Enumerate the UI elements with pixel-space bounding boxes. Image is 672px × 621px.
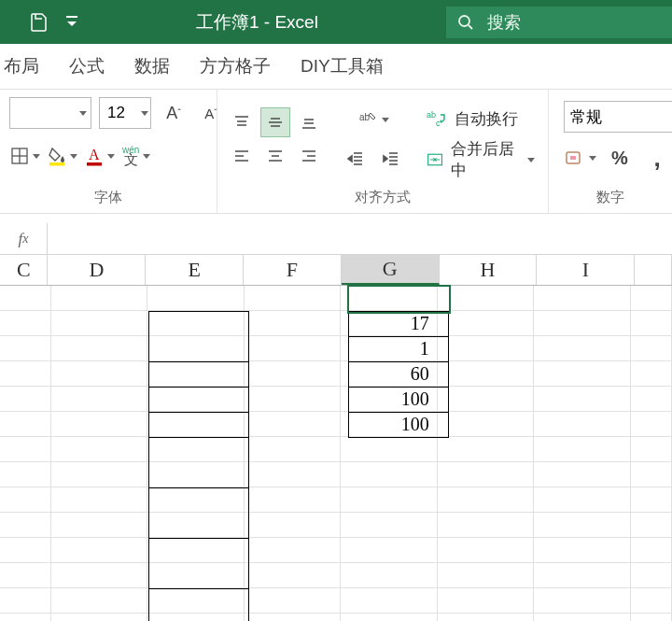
cell[interactable]: [438, 311, 534, 336]
cell[interactable]: [51, 538, 147, 563]
number-format-select[interactable]: [564, 101, 672, 133]
cell[interactable]: [0, 588, 51, 614]
cell[interactable]: [0, 437, 51, 462]
cell[interactable]: [341, 563, 437, 588]
tab-layout[interactable]: 布局: [4, 54, 39, 78]
cell[interactable]: [631, 614, 672, 621]
cell[interactable]: [631, 361, 672, 387]
comma-button[interactable]: ,: [642, 142, 672, 181]
cell[interactable]: [51, 614, 147, 621]
cell[interactable]: [438, 614, 534, 621]
cell[interactable]: [245, 412, 341, 437]
border-button[interactable]: [9, 140, 41, 172]
cell[interactable]: [147, 588, 244, 614]
cell[interactable]: [438, 563, 534, 588]
fx-icon[interactable]: fx: [0, 223, 48, 254]
cell[interactable]: [147, 336, 244, 361]
save-icon[interactable]: [28, 12, 49, 33]
cell[interactable]: [245, 437, 341, 462]
cell[interactable]: [245, 563, 341, 588]
cell[interactable]: 60: [341, 361, 437, 387]
cell[interactable]: [534, 563, 630, 588]
align-middle-button[interactable]: [260, 107, 290, 137]
cell[interactable]: [438, 588, 534, 614]
cell[interactable]: [147, 361, 244, 387]
customize-qat-icon[interactable]: [62, 12, 82, 33]
col-header-d[interactable]: D: [48, 255, 146, 285]
align-bottom-button[interactable]: [294, 107, 324, 137]
cell[interactable]: [147, 437, 244, 462]
col-header-e[interactable]: E: [146, 255, 244, 285]
cell[interactable]: [534, 437, 630, 462]
cell[interactable]: 17: [341, 311, 437, 336]
cell[interactable]: [245, 311, 341, 336]
cell[interactable]: 1: [341, 336, 437, 361]
cell[interactable]: [341, 286, 437, 311]
cell[interactable]: [534, 462, 630, 487]
cell[interactable]: [147, 563, 244, 588]
formula-input[interactable]: [48, 223, 672, 254]
cell[interactable]: [51, 412, 147, 437]
col-header-f[interactable]: F: [244, 255, 342, 285]
tab-formula[interactable]: 公式: [69, 54, 105, 78]
cell[interactable]: [341, 513, 437, 538]
phonetic-button[interactable]: wén文: [121, 140, 151, 172]
cell[interactable]: [534, 513, 630, 538]
cell[interactable]: [534, 311, 630, 336]
align-right-button[interactable]: [294, 141, 324, 171]
cell[interactable]: [631, 513, 672, 538]
cell[interactable]: [438, 336, 534, 361]
cell[interactable]: [341, 538, 437, 563]
cell[interactable]: [534, 361, 630, 387]
cell[interactable]: [534, 286, 630, 311]
cell[interactable]: [147, 286, 244, 311]
search-box[interactable]: 搜索: [446, 7, 672, 38]
cell[interactable]: [631, 286, 672, 311]
cell[interactable]: [534, 614, 630, 621]
merge-center-button[interactable]: 合并后居中: [423, 145, 539, 175]
cell[interactable]: [147, 538, 244, 563]
font-name-select[interactable]: [9, 97, 91, 129]
col-header-j[interactable]: [635, 255, 672, 285]
cell[interactable]: [0, 361, 51, 387]
col-header-i[interactable]: I: [537, 255, 635, 285]
cell[interactable]: [0, 311, 51, 336]
align-center-button[interactable]: [260, 141, 290, 171]
cell[interactable]: [438, 412, 534, 437]
cell[interactable]: [147, 462, 244, 487]
align-top-button[interactable]: [227, 107, 257, 137]
cell[interactable]: [631, 462, 672, 487]
fill-color-button[interactable]: [47, 140, 78, 172]
cell[interactable]: [534, 336, 630, 361]
cell[interactable]: [0, 513, 51, 538]
tab-ffgz[interactable]: 方方格子: [200, 54, 271, 78]
wrap-text-button[interactable]: abc 自动换行: [423, 104, 539, 134]
cell[interactable]: [341, 614, 437, 621]
cell[interactable]: [147, 412, 244, 437]
cell[interactable]: [0, 336, 51, 361]
cell[interactable]: [341, 437, 437, 462]
decrease-indent-button[interactable]: [341, 143, 371, 175]
cell[interactable]: [245, 614, 341, 621]
tab-data[interactable]: 数据: [134, 54, 170, 78]
increase-indent-button[interactable]: [376, 143, 406, 175]
cell[interactable]: [245, 588, 341, 614]
cell[interactable]: [438, 437, 534, 462]
col-header-h[interactable]: H: [440, 255, 538, 285]
cell[interactable]: [438, 538, 534, 563]
cell[interactable]: [631, 387, 672, 412]
cell[interactable]: [438, 487, 534, 513]
col-header-c[interactable]: C: [0, 255, 48, 285]
cell[interactable]: [631, 563, 672, 588]
cell[interactable]: [245, 487, 341, 513]
cell[interactable]: [438, 387, 534, 412]
font-size-select[interactable]: 12: [99, 97, 151, 129]
cell[interactable]: [0, 487, 51, 513]
cell[interactable]: [0, 614, 51, 621]
cell[interactable]: [51, 336, 147, 361]
cell[interactable]: [534, 538, 630, 563]
cell[interactable]: [0, 286, 51, 311]
cell[interactable]: [631, 336, 672, 361]
cell[interactable]: [631, 412, 672, 437]
cell[interactable]: [245, 336, 341, 361]
